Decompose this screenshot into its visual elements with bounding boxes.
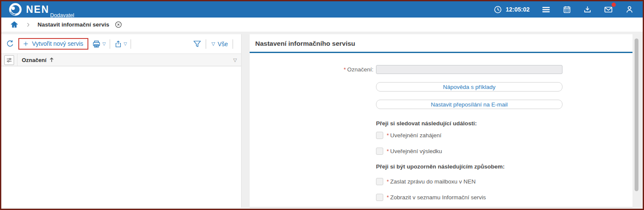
help-examples-button[interactable]: Nápověda s příklady <box>376 82 562 92</box>
vertical-scrollbar[interactable] <box>635 38 638 191</box>
table-header: Označení ▽ <box>1 53 241 66</box>
email-forwarding-button[interactable]: Nastavit přeposílání na E-mail <box>376 100 562 109</box>
create-new-service-button[interactable]: Vytvořit nový servis <box>18 38 88 50</box>
chevron-right-icon <box>25 21 32 28</box>
required-marker: * <box>387 178 389 185</box>
export-icon[interactable] <box>114 40 122 48</box>
help-examples-label: Nápověda s příklady <box>443 84 495 90</box>
filter-funnel-icon[interactable] <box>192 39 202 49</box>
checkbox-zaslat-mailbox[interactable] <box>376 178 383 185</box>
checkbox-label: *Uveřejnění výsledku <box>387 148 442 154</box>
checkbox-uverejneni-vysledku[interactable] <box>376 148 383 155</box>
unread-badge <box>612 3 616 7</box>
required-marker: * <box>387 132 389 139</box>
topbar-icons: 12:05:02 <box>493 5 643 15</box>
column-header-oznaceni[interactable]: Označení <box>22 57 54 63</box>
print-icon[interactable] <box>92 39 101 49</box>
required-marker: * <box>387 148 389 154</box>
nen-logo[interactable]: NEN Dodavatel <box>1 2 74 17</box>
form: *Označení: Nápověda s příklady Nastavit … <box>250 53 632 201</box>
breadcrumb: Nastavit informační servis <box>1 18 643 32</box>
button-row-help: Nápověda s příklady <box>250 82 632 92</box>
section-watch-events: Přeji si sledovat následující události: <box>250 120 632 127</box>
topbar: NEN Dodavatel 12:05:02 <box>1 1 643 18</box>
checkbox-label: *Uveřejnění zahájení <box>387 132 441 139</box>
view-all-dropdown[interactable]: ▽ Vše <box>210 41 228 47</box>
create-new-service-label: Vytvořit nový servis <box>32 40 83 47</box>
watch-events-heading: Přeji si sledovat následující události: <box>376 120 562 127</box>
app-window: NEN Dodavatel 12:05:02 Nastavit informač… <box>0 0 644 210</box>
field-control <box>376 65 562 74</box>
field-row-oznaceni: *Označení: <box>250 65 632 74</box>
calendar-icon[interactable] <box>562 5 571 14</box>
nen-logo-icon <box>8 2 23 17</box>
field-label: *Označení: <box>250 66 376 73</box>
table-settings-cell <box>1 54 17 66</box>
brand-text: NEN Dodavatel <box>26 5 74 15</box>
button-row-email: Nastavit přeposílání na E-mail <box>250 100 632 109</box>
column-settings-icon[interactable] <box>4 55 14 65</box>
form-title: Nastavení informačního servisu <box>250 34 632 46</box>
export-dropdown-icon[interactable]: ▽ <box>124 42 127 46</box>
table-body-empty <box>1 66 241 207</box>
print-dropdown-icon[interactable]: ▽ <box>102 42 106 46</box>
checkbox-row-mailbox: *Zaslat zprávu do mailboxu v NEN <box>250 178 632 185</box>
oznaceni-label: Označení: <box>347 66 373 73</box>
close-tab-icon[interactable] <box>114 21 122 29</box>
brand-name: NEN <box>26 5 50 15</box>
user-icon[interactable] <box>625 5 634 14</box>
mail-wrap[interactable] <box>603 5 613 15</box>
checkbox-row-vysledku: *Uveřejnění výsledku <box>250 148 632 155</box>
clock-group: 12:05:02 <box>493 5 530 14</box>
refresh-icon[interactable] <box>6 39 15 48</box>
menu-icon[interactable] <box>541 5 551 15</box>
checkbox-row-seznam: *Zobrazit v seznamu Informační servis <box>250 194 632 201</box>
column-filter-icon[interactable]: ▽ <box>233 57 237 63</box>
column-header-label: Označení <box>22 57 47 63</box>
section-notify-methods: Přeji si být upozorněn následujícím způs… <box>250 163 632 170</box>
notify-methods-heading: Přeji si být upozorněn následujícím způs… <box>376 163 562 170</box>
required-marker: * <box>344 66 346 73</box>
mailbox-label: Zaslat zprávu do mailboxu v NEN <box>390 178 475 185</box>
vysledku-label: Uveřejnění výsledku <box>390 148 442 154</box>
email-forwarding-label: Nastavit přeposílání na E-mail <box>431 101 507 108</box>
checkbox-label: *Zaslat zprávu do mailboxu v NEN <box>387 178 476 185</box>
checkbox-label: *Zobrazit v seznamu Informační servis <box>387 194 486 201</box>
toolbar-divider <box>206 39 206 49</box>
view-all-dropdown-icon: ▽ <box>211 41 215 46</box>
clock-icon <box>493 5 502 14</box>
checkbox-zobrazit-seznam[interactable] <box>376 194 383 201</box>
zahajeni-label: Uveřejnění zahájení <box>390 132 441 139</box>
required-marker: * <box>387 194 389 201</box>
information-service-form-panel: Nastavení informačního servisu *Označení… <box>250 34 632 207</box>
view-all-label: Vše <box>218 41 228 47</box>
download-tray-icon[interactable] <box>583 5 592 14</box>
sort-ascending-icon <box>49 57 54 63</box>
list-toolbar: Vytvořit nový servis ▽ ▽ ▽ Vše <box>1 34 241 53</box>
toolbar-divider <box>110 39 110 49</box>
checkbox-uverejneni-zahajeni[interactable] <box>376 132 383 139</box>
current-time: 12:05:02 <box>506 6 530 13</box>
plus-icon <box>23 41 29 47</box>
oznaceni-input[interactable] <box>376 65 562 74</box>
home-icon[interactable] <box>10 20 19 29</box>
checkbox-row-zahajeni: *Uveřejnění zahájení <box>250 132 632 139</box>
toolbar-divider <box>233 39 233 49</box>
seznam-label: Zobrazit v seznamu Informační servis <box>390 194 486 201</box>
service-list-panel: Vytvořit nový servis ▽ ▽ ▽ Vše <box>1 34 242 207</box>
toolbar-divider <box>131 39 131 49</box>
page-title: Nastavit informační servis <box>38 21 109 28</box>
